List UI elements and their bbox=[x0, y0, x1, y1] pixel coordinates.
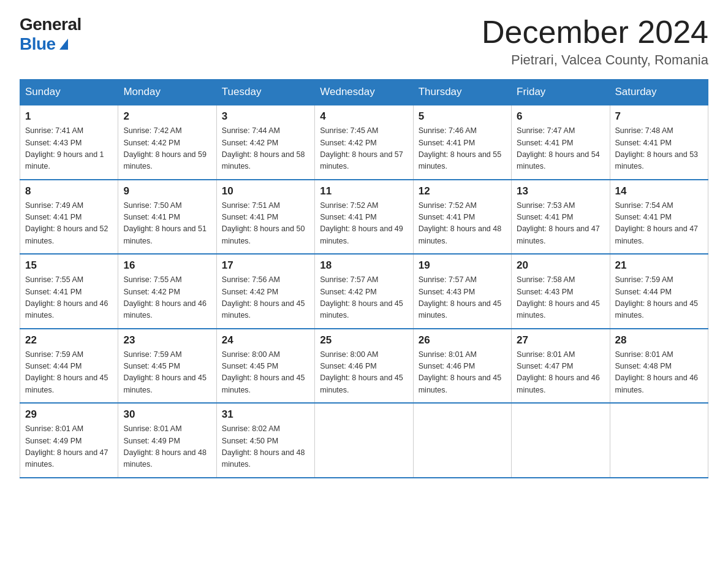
day-cell: 12 Sunrise: 7:52 AMSunset: 4:41 PMDaylig… bbox=[413, 180, 511, 255]
header-thursday: Thursday bbox=[413, 80, 511, 105]
day-number: 24 bbox=[222, 334, 309, 347]
day-number: 15 bbox=[25, 259, 113, 272]
day-number: 5 bbox=[419, 110, 506, 123]
day-info: Sunrise: 7:57 AMSunset: 4:43 PMDaylight:… bbox=[419, 275, 502, 320]
day-number: 31 bbox=[222, 408, 309, 421]
day-number: 11 bbox=[320, 185, 408, 197]
day-info: Sunrise: 8:00 AMSunset: 4:46 PMDaylight:… bbox=[320, 350, 403, 394]
day-number: 20 bbox=[517, 259, 604, 272]
weekday-header-row: Sunday Monday Tuesday Wednesday Thursday… bbox=[20, 80, 708, 105]
header-tuesday: Tuesday bbox=[216, 80, 314, 105]
day-cell: 24 Sunrise: 8:00 AMSunset: 4:45 PMDaylig… bbox=[216, 329, 314, 404]
day-info: Sunrise: 8:02 AMSunset: 4:50 PMDaylight:… bbox=[222, 424, 305, 469]
day-info: Sunrise: 7:41 AMSunset: 4:43 PMDaylight:… bbox=[25, 126, 104, 170]
day-info: Sunrise: 7:48 AMSunset: 4:41 PMDaylight:… bbox=[615, 126, 699, 170]
week-row-1: 1 Sunrise: 7:41 AMSunset: 4:43 PMDayligh… bbox=[20, 105, 708, 180]
day-cell bbox=[315, 403, 413, 478]
logo-blue-text: Blue bbox=[20, 34, 68, 54]
day-info: Sunrise: 7:58 AMSunset: 4:43 PMDaylight:… bbox=[517, 275, 600, 320]
calendar-title: December 2024 bbox=[482, 15, 708, 50]
day-number: 25 bbox=[320, 334, 408, 347]
day-number: 28 bbox=[615, 334, 703, 347]
day-number: 2 bbox=[123, 110, 211, 123]
day-number: 23 bbox=[123, 334, 211, 347]
day-cell: 4 Sunrise: 7:45 AMSunset: 4:42 PMDayligh… bbox=[315, 105, 413, 180]
day-info: Sunrise: 7:51 AMSunset: 4:41 PMDaylight:… bbox=[222, 201, 305, 245]
day-number: 3 bbox=[222, 110, 309, 123]
day-cell: 3 Sunrise: 7:44 AMSunset: 4:42 PMDayligh… bbox=[216, 105, 314, 180]
day-cell: 20 Sunrise: 7:58 AMSunset: 4:43 PMDaylig… bbox=[512, 254, 610, 329]
day-number: 10 bbox=[222, 185, 309, 197]
day-number: 14 bbox=[615, 185, 703, 197]
week-row-2: 8 Sunrise: 7:49 AMSunset: 4:41 PMDayligh… bbox=[20, 180, 708, 255]
day-info: Sunrise: 7:55 AMSunset: 4:41 PMDaylight:… bbox=[25, 275, 108, 320]
day-number: 21 bbox=[615, 259, 703, 272]
day-info: Sunrise: 8:01 AMSunset: 4:46 PMDaylight:… bbox=[419, 350, 502, 394]
day-number: 9 bbox=[123, 185, 211, 197]
day-number: 19 bbox=[419, 259, 506, 272]
week-row-5: 29 Sunrise: 8:01 AMSunset: 4:49 PMDaylig… bbox=[20, 403, 708, 478]
day-cell: 6 Sunrise: 7:47 AMSunset: 4:41 PMDayligh… bbox=[512, 105, 610, 180]
header-friday: Friday bbox=[512, 80, 610, 105]
day-cell: 9 Sunrise: 7:50 AMSunset: 4:41 PMDayligh… bbox=[118, 180, 216, 255]
day-info: Sunrise: 8:01 AMSunset: 4:48 PMDaylight:… bbox=[615, 350, 699, 394]
day-info: Sunrise: 7:47 AMSunset: 4:41 PMDaylight:… bbox=[517, 126, 600, 170]
day-cell: 25 Sunrise: 8:00 AMSunset: 4:46 PMDaylig… bbox=[315, 329, 413, 404]
day-number: 30 bbox=[123, 408, 211, 421]
day-cell: 29 Sunrise: 8:01 AMSunset: 4:49 PMDaylig… bbox=[20, 403, 118, 478]
day-info: Sunrise: 7:56 AMSunset: 4:42 PMDaylight:… bbox=[222, 275, 305, 320]
day-cell: 23 Sunrise: 7:59 AMSunset: 4:45 PMDaylig… bbox=[118, 329, 216, 404]
day-info: Sunrise: 7:52 AMSunset: 4:41 PMDaylight:… bbox=[419, 201, 502, 245]
day-info: Sunrise: 7:45 AMSunset: 4:42 PMDaylight:… bbox=[320, 126, 403, 170]
day-cell: 2 Sunrise: 7:42 AMSunset: 4:42 PMDayligh… bbox=[118, 105, 216, 180]
day-cell bbox=[413, 403, 511, 478]
page-header: General Blue December 2024 Pietrari, Val… bbox=[20, 15, 708, 68]
day-cell: 7 Sunrise: 7:48 AMSunset: 4:41 PMDayligh… bbox=[610, 105, 708, 180]
day-cell: 17 Sunrise: 7:56 AMSunset: 4:42 PMDaylig… bbox=[216, 254, 314, 329]
logo-general-text: General bbox=[20, 15, 82, 34]
day-number: 18 bbox=[320, 259, 408, 272]
day-info: Sunrise: 8:01 AMSunset: 4:49 PMDaylight:… bbox=[25, 424, 108, 469]
day-number: 26 bbox=[419, 334, 506, 347]
day-number: 17 bbox=[222, 259, 309, 272]
day-number: 22 bbox=[25, 334, 113, 347]
day-cell: 8 Sunrise: 7:49 AMSunset: 4:41 PMDayligh… bbox=[20, 180, 118, 255]
header-saturday: Saturday bbox=[610, 80, 708, 105]
day-cell: 30 Sunrise: 8:01 AMSunset: 4:49 PMDaylig… bbox=[118, 403, 216, 478]
logo-triangle-icon bbox=[59, 39, 68, 50]
day-cell: 14 Sunrise: 7:54 AMSunset: 4:41 PMDaylig… bbox=[610, 180, 708, 255]
calendar-table: Sunday Monday Tuesday Wednesday Thursday… bbox=[20, 79, 708, 478]
day-info: Sunrise: 7:50 AMSunset: 4:41 PMDaylight:… bbox=[123, 201, 207, 245]
day-info: Sunrise: 7:52 AMSunset: 4:41 PMDaylight:… bbox=[320, 201, 403, 245]
day-number: 12 bbox=[419, 185, 506, 197]
logo: General Blue bbox=[20, 15, 82, 54]
day-info: Sunrise: 7:59 AMSunset: 4:44 PMDaylight:… bbox=[25, 350, 108, 394]
day-cell bbox=[512, 403, 610, 478]
day-cell: 18 Sunrise: 7:57 AMSunset: 4:42 PMDaylig… bbox=[315, 254, 413, 329]
day-number: 16 bbox=[123, 259, 211, 272]
day-info: Sunrise: 8:01 AMSunset: 4:47 PMDaylight:… bbox=[517, 350, 600, 394]
day-cell bbox=[610, 403, 708, 478]
day-number: 6 bbox=[517, 110, 604, 123]
day-info: Sunrise: 8:01 AMSunset: 4:49 PMDaylight:… bbox=[123, 424, 207, 469]
day-cell: 28 Sunrise: 8:01 AMSunset: 4:48 PMDaylig… bbox=[610, 329, 708, 404]
header-monday: Monday bbox=[118, 80, 216, 105]
header-sunday: Sunday bbox=[20, 80, 118, 105]
header-wednesday: Wednesday bbox=[315, 80, 413, 105]
calendar-subtitle: Pietrari, Valcea County, Romania bbox=[482, 52, 708, 68]
day-cell: 15 Sunrise: 7:55 AMSunset: 4:41 PMDaylig… bbox=[20, 254, 118, 329]
day-info: Sunrise: 7:59 AMSunset: 4:44 PMDaylight:… bbox=[615, 275, 699, 320]
day-info: Sunrise: 7:54 AMSunset: 4:41 PMDaylight:… bbox=[615, 201, 699, 245]
day-cell: 1 Sunrise: 7:41 AMSunset: 4:43 PMDayligh… bbox=[20, 105, 118, 180]
day-cell: 11 Sunrise: 7:52 AMSunset: 4:41 PMDaylig… bbox=[315, 180, 413, 255]
day-number: 29 bbox=[25, 408, 113, 421]
day-cell: 26 Sunrise: 8:01 AMSunset: 4:46 PMDaylig… bbox=[413, 329, 511, 404]
day-number: 27 bbox=[517, 334, 604, 347]
day-number: 8 bbox=[25, 185, 113, 197]
day-info: Sunrise: 8:00 AMSunset: 4:45 PMDaylight:… bbox=[222, 350, 305, 394]
day-number: 13 bbox=[517, 185, 604, 197]
day-info: Sunrise: 7:46 AMSunset: 4:41 PMDaylight:… bbox=[419, 126, 502, 170]
day-cell: 31 Sunrise: 8:02 AMSunset: 4:50 PMDaylig… bbox=[216, 403, 314, 478]
day-info: Sunrise: 7:57 AMSunset: 4:42 PMDaylight:… bbox=[320, 275, 403, 320]
day-number: 4 bbox=[320, 110, 408, 123]
